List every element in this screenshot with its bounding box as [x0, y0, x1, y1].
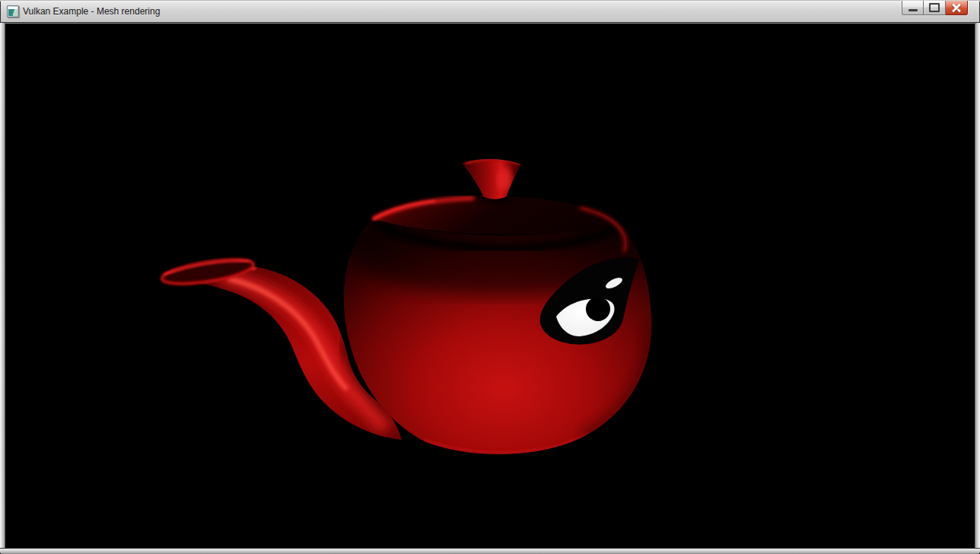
- minimize-icon: [908, 9, 918, 11]
- window-border-bottom[interactable]: [0, 548, 980, 554]
- maximize-button[interactable]: [924, 1, 946, 15]
- maximize-icon: [929, 3, 940, 12]
- window-border-right[interactable]: [975, 23, 980, 554]
- teapot-scene: [5, 24, 975, 548]
- render-viewport[interactable]: [5, 24, 975, 548]
- screenshot-root: Vulkan Example - Mesh rendering: [0, 0, 980, 554]
- minimize-button[interactable]: [902, 1, 924, 15]
- eye-pupil: [586, 297, 610, 321]
- close-icon: [951, 2, 962, 13]
- window-border-left[interactable]: [0, 23, 5, 554]
- window-title: Vulkan Example - Mesh rendering: [23, 6, 160, 17]
- title-bar[interactable]: Vulkan Example - Mesh rendering: [0, 0, 980, 24]
- caption-buttons: [902, 1, 968, 15]
- close-button[interactable]: [946, 1, 968, 15]
- app-icon[interactable]: [7, 5, 19, 18]
- app-window: Vulkan Example - Mesh rendering: [0, 0, 980, 554]
- app-icon-screen: [8, 9, 18, 16]
